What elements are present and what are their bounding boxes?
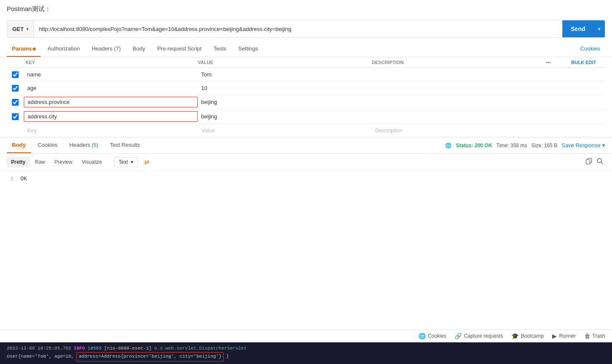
response-body-area: 1 OK <box>0 171 612 213</box>
globe-icon: 🌐 <box>445 143 452 148</box>
response-tab-cookies[interactable]: Cookies <box>33 137 63 153</box>
response-status: Status: 200 OK <box>456 143 492 148</box>
format-tab-raw[interactable]: Raw <box>31 157 49 167</box>
value-cell-province[interactable]: beijing <box>198 97 372 107</box>
line-number-1: 1 <box>7 176 14 182</box>
row-checkbox-name[interactable] <box>7 71 24 78</box>
key-cell-city[interactable]: address.city <box>24 111 198 122</box>
params-section: KEY VALUE DESCRIPTION ••• Bulk Edit name… <box>0 57 612 137</box>
tab-params[interactable]: Params <box>7 41 41 57</box>
value-cell-city[interactable]: beijing <box>198 112 372 121</box>
col-description-header: DESCRIPTION <box>372 60 546 65</box>
url-input[interactable] <box>34 20 562 37</box>
col-bulkedit-header[interactable]: Bulk Edit <box>571 60 605 65</box>
key-cell-province[interactable]: address.province <box>24 97 198 107</box>
search-icon[interactable] <box>595 156 605 168</box>
code-line-1: 1 OK <box>7 176 605 182</box>
send-button-group: Send ▾ <box>562 20 605 37</box>
response-tab-headers[interactable]: Headers (5) <box>64 137 103 153</box>
response-tabs: Body Cookies Headers (5) Test Results 🌐 … <box>0 137 612 154</box>
format-tabs: Pretty Raw Preview Visualize Text ▾ ⇄ <box>0 154 612 171</box>
svg-rect-1 <box>586 160 590 164</box>
url-bar: GET ▾ Send ▾ <box>7 20 605 38</box>
tab-headers[interactable]: Headers (7) <box>87 41 126 57</box>
text-format-label: Text <box>119 159 128 165</box>
value-cell-name[interactable]: Tom <box>198 70 372 79</box>
desc-cell-name[interactable] <box>372 73 546 76</box>
request-tabs: Params Authorization Headers (7) Body Pr… <box>0 41 612 57</box>
row-checkbox-age[interactable] <box>7 85 24 92</box>
text-format-dropdown[interactable]: Text ▾ <box>114 157 138 167</box>
tab-authorization[interactable]: Authorization <box>42 41 85 57</box>
col-key-header: KEY <box>24 60 198 65</box>
table-row-placeholder: Key Value Description <box>7 124 605 137</box>
svg-point-2 <box>598 159 602 163</box>
desc-cell-city[interactable] <box>372 115 546 118</box>
row-checkbox-city[interactable] <box>7 113 24 120</box>
save-response-button[interactable]: Save Response ▾ <box>561 142 605 148</box>
key-cell-name[interactable]: name <box>24 70 198 79</box>
format-tab-pretty[interactable]: Pretty <box>7 157 30 167</box>
checkbox-province[interactable] <box>12 99 19 106</box>
tab-body[interactable]: Body <box>128 41 151 57</box>
table-row: age 10 <box>7 81 605 95</box>
response-time: Time: 358 ms <box>497 143 527 148</box>
response-meta: 🌐 Status: 200 OK Time: 358 ms Size: 165 … <box>445 142 605 148</box>
checkbox-age[interactable] <box>12 85 19 92</box>
page-title: Postman测试： <box>0 0 612 17</box>
method-selector[interactable]: GET ▾ <box>7 20 34 37</box>
row-checkbox-province[interactable] <box>7 99 24 106</box>
tab-settings[interactable]: Settings <box>233 41 263 57</box>
send-button[interactable]: Send <box>562 20 594 37</box>
save-response-label: Save Response <box>561 142 601 148</box>
table-row: address.city beijing <box>7 109 605 124</box>
checkbox-name[interactable] <box>12 71 19 78</box>
format-tab-preview[interactable]: Preview <box>50 157 77 167</box>
method-chevron-icon: ▾ <box>26 27 28 31</box>
params-header: KEY VALUE DESCRIPTION ••• Bulk Edit <box>7 57 605 68</box>
desc-cell-province[interactable] <box>372 101 546 104</box>
format-tab-visualize[interactable]: Visualize <box>78 157 107 167</box>
copy-icon[interactable] <box>584 156 594 168</box>
svg-line-3 <box>601 162 603 164</box>
col-value-header: VALUE <box>198 60 372 65</box>
value-placeholder[interactable]: Value <box>198 126 372 135</box>
desc-placeholder[interactable]: Description <box>372 126 546 135</box>
response-size: Size: 165 B <box>531 143 557 148</box>
tab-tests[interactable]: Tests <box>208 41 231 57</box>
tab-prerequest[interactable]: Pre-request Script <box>152 41 207 57</box>
value-cell-age[interactable]: 10 <box>198 83 372 93</box>
line-content-1: OK <box>20 176 27 182</box>
response-tab-test-results[interactable]: Test Results <box>105 137 145 153</box>
key-placeholder[interactable]: Key <box>24 126 198 135</box>
method-label: GET <box>12 26 24 32</box>
checkbox-city[interactable] <box>12 113 19 120</box>
table-row: address.province beijing <box>7 95 605 109</box>
save-response-chevron-icon: ▾ <box>602 142 605 148</box>
text-format-chevron-icon: ▾ <box>131 159 133 165</box>
key-cell-age[interactable]: age <box>24 83 198 93</box>
tab-cookies[interactable]: Cookies <box>575 41 605 57</box>
table-row: name Tom <box>7 68 605 81</box>
response-tab-body[interactable]: Body <box>7 137 31 153</box>
desc-cell-age[interactable] <box>372 87 546 90</box>
col-menu-header: ••• <box>546 60 571 65</box>
headers-count: (5) <box>92 142 98 148</box>
send-dropdown-button[interactable]: ▾ <box>594 20 605 37</box>
wrap-icon[interactable]: ⇄ <box>142 157 152 167</box>
